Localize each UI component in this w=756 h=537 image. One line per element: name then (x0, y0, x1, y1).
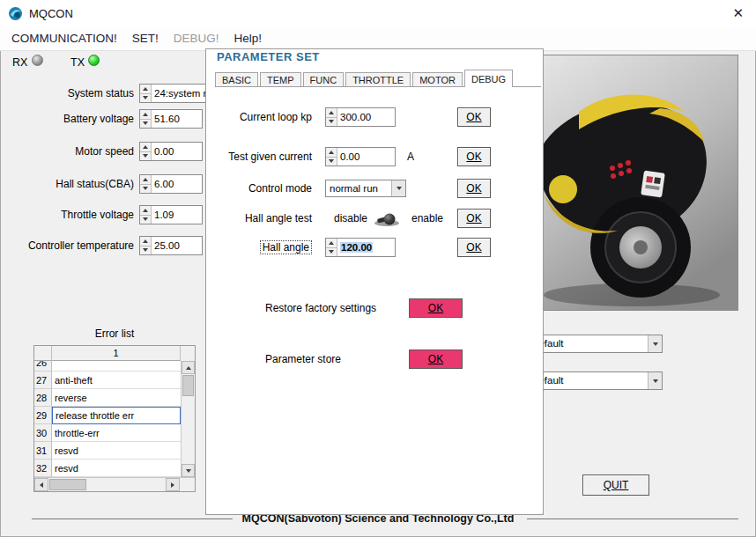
row-number: 26 (34, 361, 52, 371)
spinner-arrows-icon[interactable] (140, 110, 152, 128)
horizontal-scrollbar[interactable] (34, 478, 180, 491)
table-row-selected[interactable]: 29 release throttle err (34, 407, 181, 424)
tab-motor[interactable]: MOTOR (412, 72, 463, 86)
hall-angle-field[interactable]: 120.00 (325, 238, 396, 257)
hall-angle-ok-button[interactable]: OK (457, 238, 491, 257)
row-text[interactable] (52, 361, 181, 371)
battery-voltage-field (139, 109, 203, 129)
chevron-down-icon[interactable] (648, 372, 662, 389)
menu-communication[interactable]: COMMUNICATION! (8, 30, 121, 47)
hall-angle-test-ok-button[interactable]: OK (457, 209, 491, 228)
row-text[interactable]: reverse (52, 389, 181, 407)
row-text[interactable]: anti-theft (52, 371, 181, 389)
current-loop-kp-ok-button[interactable]: OK (457, 107, 491, 127)
table-row[interactable]: 32 resvd (34, 460, 181, 477)
menu-help[interactable]: Help! (231, 30, 266, 47)
row-text[interactable]: resvd (52, 460, 181, 477)
hall-angle-test-toggle-switch[interactable] (372, 211, 402, 227)
motor-speed-field (139, 142, 203, 161)
rx-led-icon (32, 55, 43, 66)
current-unit-label: A (407, 147, 414, 166)
table-row[interactable]: 30 throttle-err (34, 424, 181, 442)
combo-value: default (530, 335, 648, 352)
spinner-arrows-icon[interactable] (326, 108, 337, 126)
spinner-arrows-icon[interactable] (140, 175, 152, 193)
controller-temperature-input[interactable] (152, 237, 202, 254)
right-combo-1[interactable]: default (529, 335, 663, 353)
spinner-arrows-icon[interactable] (140, 85, 152, 102)
hall-status-field (139, 174, 203, 194)
error-list-title: Error list (33, 327, 196, 340)
scrollbar-corner (180, 478, 195, 491)
vertical-scrollbar[interactable] (181, 361, 195, 477)
scroll-down-icon[interactable] (182, 464, 195, 477)
chevron-down-icon[interactable] (648, 335, 662, 352)
ok-label: OK (466, 241, 481, 254)
ok-label: OK (466, 151, 481, 163)
spinner-arrows-icon[interactable] (140, 237, 152, 254)
scrollbar-thumb[interactable] (49, 479, 86, 490)
table-row[interactable]: 31 resvd (34, 442, 181, 460)
test-given-current-field (325, 147, 396, 166)
tab-temp[interactable]: TEMP (260, 72, 301, 86)
hall-angle-test-label: Hall angle test (206, 209, 312, 228)
ok-label: OK (466, 212, 481, 224)
menu-bar: COMMUNICATION! SET! DEBUG! Help! (0, 26, 756, 51)
tab-strip: BASIC TEMP FUNC THROTTLE MOTOR DEBUG (215, 69, 541, 87)
spinner-arrows-icon[interactable] (326, 239, 337, 256)
row-text[interactable]: throttle-err (52, 424, 181, 442)
footer-divider-right (527, 519, 738, 520)
row-number: 29 (34, 407, 52, 424)
controller-temperature-label: Controller temperature (0, 236, 134, 255)
grid-header-spacer (181, 346, 195, 361)
control-mode-combo[interactable]: normal run (325, 180, 406, 197)
current-loop-kp-input[interactable] (337, 108, 395, 126)
throttle-voltage-input[interactable] (152, 206, 202, 224)
throttle-voltage-label: Throttle voltage (0, 205, 134, 224)
scrollbar-thumb[interactable] (182, 375, 194, 396)
tab-throttle[interactable]: THROTTLE (345, 72, 411, 86)
grid-corner[interactable] (34, 346, 52, 361)
hall-status-input[interactable] (152, 175, 202, 193)
battery-voltage-label: Battery voltage (0, 109, 134, 129)
row-text[interactable]: resvd (52, 442, 181, 460)
disable-label: disable (334, 209, 367, 228)
current-loop-kp-field (325, 107, 396, 127)
motor-speed-label: Motor speed (0, 142, 134, 161)
scroll-left-icon[interactable] (34, 478, 48, 491)
hall-angle-input[interactable]: 120.00 (337, 239, 395, 256)
restore-factory-ok-button[interactable]: OK (409, 298, 463, 318)
scroll-up-icon[interactable] (182, 361, 195, 374)
menu-debug: DEBUG! (170, 30, 223, 47)
test-given-current-input[interactable] (337, 148, 395, 166)
table-row[interactable]: 26 (34, 361, 181, 371)
row-number: 27 (34, 371, 52, 389)
parameter-store-ok-button[interactable]: OK (409, 349, 463, 369)
error-list-grid: 1 26 27 anti-theft 28 reverse (33, 345, 196, 492)
spinner-arrows-icon[interactable] (326, 148, 337, 166)
scroll-right-icon[interactable] (166, 478, 180, 491)
enable-label: enable (411, 209, 443, 228)
tab-debug[interactable]: DEBUG (464, 70, 513, 87)
row-text-editing[interactable]: release throttle err (52, 407, 181, 424)
table-row[interactable]: 28 reverse (34, 389, 181, 407)
chevron-down-icon[interactable] (391, 180, 405, 196)
tab-func[interactable]: FUNC (303, 72, 345, 86)
quit-button[interactable]: QUIT (582, 474, 649, 496)
battery-voltage-input[interactable] (152, 110, 202, 128)
spinner-arrows-icon[interactable] (140, 206, 152, 224)
row-number: 28 (34, 389, 52, 407)
parameter-set-dialog: PARAMETER SET BASIC TEMP FUNC THROTTLE M… (205, 48, 544, 515)
table-row[interactable]: 27 anti-theft (34, 371, 181, 389)
spinner-arrows-icon[interactable] (140, 143, 152, 160)
close-icon[interactable]: ✕ (732, 5, 744, 21)
control-mode-ok-button[interactable]: OK (457, 179, 491, 198)
test-given-current-ok-button[interactable]: OK (457, 147, 491, 166)
menu-set[interactable]: SET! (129, 30, 162, 47)
grid-column-header[interactable]: 1 (52, 346, 181, 361)
right-combo-2[interactable]: default (529, 371, 663, 390)
dialog-title: PARAMETER SET (217, 50, 320, 63)
motor-speed-input[interactable] (152, 143, 202, 160)
test-given-current-label: Test given current (206, 147, 312, 166)
tab-basic[interactable]: BASIC (215, 72, 258, 86)
